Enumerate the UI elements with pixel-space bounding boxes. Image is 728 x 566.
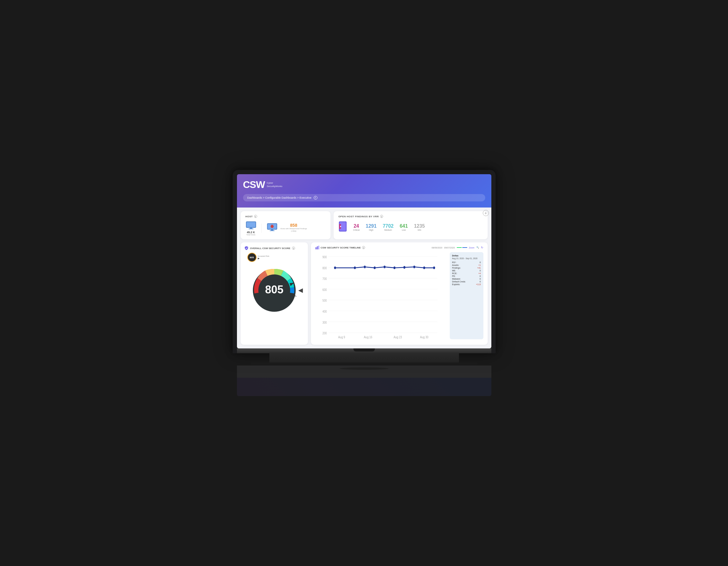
findings-card-title: OPEN HOST FINDINGS BY VRR ℹ xyxy=(338,215,483,218)
total-hosts-label: Total Hosts xyxy=(246,234,257,236)
top-row: HOST ℹ xyxy=(241,211,488,239)
host-info-icon: ℹ xyxy=(254,215,257,218)
timeline-info-icon: ℹ xyxy=(362,246,365,249)
medium-value: 7702 xyxy=(383,224,394,229)
svg-text:900: 900 xyxy=(322,255,327,259)
svg-point-43 xyxy=(403,266,405,269)
medium-label: Medium xyxy=(383,229,394,231)
host-card: HOST ℹ xyxy=(241,211,331,239)
delta-assets: Assets: +1 xyxy=(452,264,481,266)
findings-card: OPEN HOST FINDINGS BY VRR ℹ xyxy=(334,211,488,239)
small-score-badge: 805 Accepted Risk ▶ xyxy=(247,253,304,262)
critical-icon xyxy=(338,221,347,233)
svg-point-37 xyxy=(334,267,336,269)
deltas-title: Deltas xyxy=(452,255,481,257)
gauge-svg-wrapper: 805 ◀ xyxy=(248,265,300,316)
laptop-screen-display: CSW Cyber SecurityWorks Dashboards > Con… xyxy=(237,174,491,348)
findings-info-icon: ℹ xyxy=(380,215,383,218)
svg-rect-19 xyxy=(317,246,318,250)
svg-rect-3 xyxy=(249,229,253,229)
timeline-header: CSW SECURITY SCORE TIMELINE ℹ 08/09/2020… xyxy=(315,246,483,250)
svg-text:800: 800 xyxy=(322,266,327,270)
low-value: 641 xyxy=(400,224,408,229)
laptop-wrapper: CSW Cyber SecurityWorks Dashboards > Con… xyxy=(233,170,496,396)
gauge-arrow: ◀ xyxy=(298,287,303,294)
laptop-screen-frame: CSW Cyber SecurityWorks Dashboards > Con… xyxy=(233,170,496,353)
svg-point-44 xyxy=(413,266,415,268)
host-card-title: HOST ℹ xyxy=(246,215,326,218)
svg-point-41 xyxy=(383,266,385,268)
timeline-content: 900 800 700 600 500 400 300 200 xyxy=(315,252,483,339)
host-divider xyxy=(261,224,262,233)
svg-point-40 xyxy=(374,267,375,269)
high-finding[interactable]: 1291 High xyxy=(366,224,377,231)
refresh-icon[interactable]: ↻ xyxy=(481,246,483,249)
svg-text:Aug 23: Aug 23 xyxy=(394,335,402,339)
svg-text:500: 500 xyxy=(322,298,327,302)
svg-point-46 xyxy=(433,267,435,269)
info-label: Info xyxy=(414,229,425,231)
medium-finding[interactable]: 7702 Medium xyxy=(383,224,394,231)
svg-point-8 xyxy=(271,225,274,228)
logo-subtext: Cyber SecurityWorks xyxy=(267,182,282,188)
csw-logo: CSW xyxy=(243,179,265,191)
shield-icon xyxy=(244,246,249,250)
timeline-card: CSW SECURITY SCORE TIMELINE ℹ 08/09/2020… xyxy=(311,242,488,345)
delta-exploits: Exploits: +113 xyxy=(452,283,481,285)
svg-rect-18 xyxy=(316,247,316,250)
logo-area: CSW Cyber SecurityWorks xyxy=(243,179,485,191)
score-info-icon: ℹ xyxy=(292,247,295,250)
small-score-circle: 805 xyxy=(247,253,257,262)
gauge-container: 805 ◀ xyxy=(244,265,304,316)
svg-text:300: 300 xyxy=(322,320,327,324)
score-card: OVERALL CSW SECURITY SCORE ℹ 805 Accepte… xyxy=(241,242,308,345)
svg-point-45 xyxy=(423,267,425,269)
delta-rs: RS¹: 0 xyxy=(452,261,481,264)
info-value: 1235 xyxy=(414,224,425,229)
delta-findings: Findings: +41 xyxy=(452,267,481,269)
svg-text:400: 400 xyxy=(322,309,327,313)
high-value: 1291 xyxy=(366,224,377,229)
laptop-stand xyxy=(269,353,459,362)
findings-stats: 24 Critical 1291 High 7702 Medium xyxy=(338,221,483,233)
delta-default-creds: Default Creds: 0 xyxy=(452,281,481,283)
svg-text:805: 805 xyxy=(265,283,283,296)
accepted-risk-label: Accepted Risk xyxy=(258,255,269,257)
zoom-icon[interactable]: 🔍 xyxy=(476,246,479,249)
host-stats: 45.2 K Total Hosts xyxy=(246,221,326,236)
weaponized-host-icon: 858 Hosts with Weaponized Findings (>90d… xyxy=(267,223,308,234)
delta-malware: Malware: 0 xyxy=(452,278,481,280)
delta-rce: RCE: +4 xyxy=(452,272,481,275)
svg-text:200: 200 xyxy=(322,331,327,335)
svg-text:600: 600 xyxy=(322,288,327,291)
weaponized-value: 858 xyxy=(280,223,308,228)
chart-area: 900 800 700 600 500 400 300 200 xyxy=(315,252,447,339)
svg-rect-2 xyxy=(250,228,252,229)
main-content: + HOST ℹ xyxy=(237,208,491,348)
header: CSW Cyber SecurityWorks Dashboards > Con… xyxy=(237,174,491,208)
host-monitor-icon: 45.2 K Total Hosts xyxy=(246,221,257,236)
svg-point-38 xyxy=(354,267,356,269)
laptop-foot xyxy=(251,362,477,365)
delta-pe: PE: 0 xyxy=(452,275,481,277)
svg-point-12 xyxy=(340,226,341,227)
svg-rect-6 xyxy=(271,230,273,231)
deltas-panel: Deltas Aug 10, 2020 - Sep 01, 2020 RS¹: … xyxy=(450,252,483,339)
svg-text:Aug 9: Aug 9 xyxy=(338,335,345,339)
svg-rect-20 xyxy=(318,246,319,250)
chart-icon xyxy=(315,246,320,250)
breadcrumb: Dashboards > Configurable Dashboards > E… xyxy=(243,194,485,202)
critical-finding[interactable]: 24 Critical xyxy=(353,224,360,231)
svg-text:700: 700 xyxy=(322,277,327,281)
svg-text:Aug 16: Aug 16 xyxy=(364,335,372,339)
add-widget-button[interactable]: + xyxy=(483,210,489,216)
deltas-date: Aug 10, 2020 - Sep 01, 2020 xyxy=(452,257,481,260)
deltas-list: RS¹: 0 Assets: +1 Findings: xyxy=(452,261,481,285)
low-finding[interactable]: 641 Low xyxy=(400,224,408,231)
critical-value: 24 xyxy=(353,224,360,229)
svg-point-42 xyxy=(393,267,395,269)
total-hosts-value: 45.2 K xyxy=(246,231,257,234)
svg-text:Aug 30: Aug 30 xyxy=(420,335,428,339)
screen-content: CSW Cyber SecurityWorks Dashboards > Con… xyxy=(237,174,491,348)
info-finding[interactable]: 1235 Info xyxy=(414,224,425,231)
